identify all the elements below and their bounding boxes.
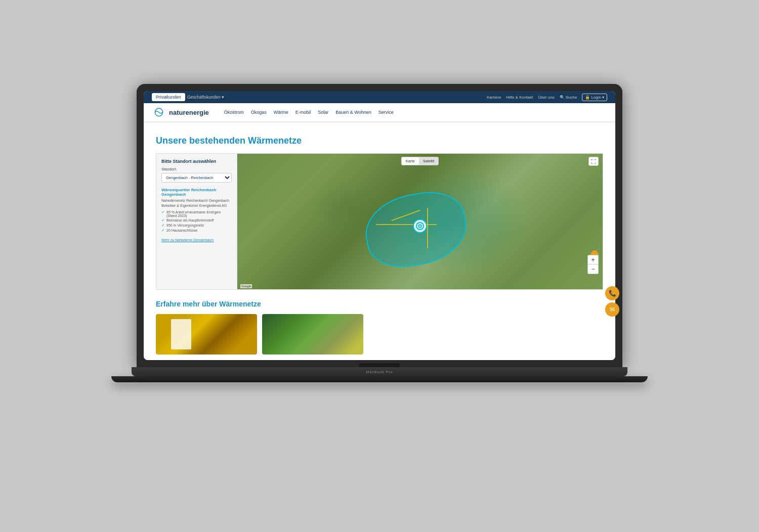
laptop-lid: Privatkunden Geschäftskunden ▾ Karriere … [137,84,622,367]
quartier-title: Wärmequartier Reichenbach Gengenbach [161,188,232,197]
standort-label: Standort: [161,167,232,171]
map-marker-inner [416,222,424,230]
nav-waerme[interactable]: Wärme [274,110,288,115]
karriere-link[interactable]: Karriere [487,95,501,100]
quartier-subtitle: Nahwärmenetz Reichenbach/ Gengenbach [161,199,232,202]
google-attribution: Google [240,284,252,288]
map-marker-icon [417,224,423,229]
map-karte-button[interactable]: Karte [402,157,419,165]
image-card-nature[interactable] [262,314,363,354]
chevron-down-icon: ▾ [222,95,224,100]
map-view-toggle: Karte Satellit [401,157,439,165]
location-select[interactable]: Gengenbach - Reichenbach [161,173,232,183]
website: Privatkunden Geschäftskunden ▾ Karriere … [144,91,615,360]
map-marker[interactable] [413,219,427,233]
nav-oekostrom[interactable]: Ökostrom [224,110,244,115]
phone-fab-button[interactable]: 📞 [605,286,615,300]
main-content: Unsere bestehenden Wärmenetze Bitte Stan… [144,127,615,360]
map-section: Bitte Standort auswählen Standort: Genge… [156,153,603,290]
lock-icon: 🔒 [585,95,590,100]
image-card-construction[interactable] [156,314,257,354]
naturenergie-logo-icon [152,107,166,117]
map-road [427,208,428,248]
tab-privatkunden[interactable]: Privatkunden [152,93,185,101]
chevron-down-icon: ▾ [602,95,604,100]
feature-item: Biomasse als Hauptbrennstoff [161,218,232,223]
nav-emobil[interactable]: E-mobil [296,110,311,115]
laptop-notch [359,363,400,367]
logo-text: naturenergie [169,109,209,116]
top-bar-right: Karriere Hilfe & Kontakt Über uns 🔍 Such… [487,94,607,101]
feature-item: 20 Hausanschlüsse [161,229,232,233]
nav-solar[interactable]: Solar [318,110,328,115]
nav-service[interactable]: Service [378,110,394,115]
map-background: Google Karte Satellit ⛶ [237,154,603,289]
left-panel-heading: Bitte Standort auswählen [161,159,232,164]
top-bar-left: Privatkunden Geschäftskunden ▾ [152,93,224,101]
email-icon: ✉ [610,306,615,313]
feature-item: 850 m Versorgungsnetz [161,224,232,228]
left-panel: Bitte Standort auswählen Standort: Genge… [156,154,237,289]
screen-fabs: 📞 ✉ [605,286,615,317]
login-button[interactable]: 🔒 Login ▾ [582,94,607,101]
search-icon: 🔍 [560,95,565,100]
phone-icon: 📞 [609,290,616,297]
nav-oekogas[interactable]: Ökogas [251,110,267,115]
hilfe-link[interactable]: Hilfe & Kontakt [506,95,533,100]
section2-title: Erfahre mehr über Wärmenetze [156,300,603,308]
map-fullscreen-button[interactable]: ⛶ [588,157,599,166]
laptop-scene: Privatkunden Geschäftskunden ▾ Karriere … [101,84,658,448]
nav-bauen[interactable]: Bauen & Wohnen [335,110,371,115]
map-zoom-in[interactable]: + [588,255,598,264]
ueber-link[interactable]: Über uns [538,95,554,100]
page-title: Unsere bestehenden Wärmenetze [156,136,603,146]
nav-divider [144,122,615,122]
top-bar: Privatkunden Geschäftskunden ▾ Karriere … [144,91,615,103]
map-area: Google Karte Satellit ⛶ [237,154,603,289]
email-fab-button[interactable]: ✉ [605,302,615,317]
tab-geschaeftskunden[interactable]: Geschäftskunden ▾ [187,93,224,101]
fullscreen-icon: ⛶ [591,159,596,164]
map-zoom-controls: + − [587,255,599,274]
map-satellit-button[interactable]: Satellit [419,157,439,165]
feature-list: 85 % Anteil erneuerbarer Energien (Stand… [161,210,232,233]
images-row [156,314,603,354]
nav-links: Ökostrom Ökogas Wärme E-mobil Solar Baue… [224,110,394,115]
logo[interactable]: naturenergie [152,107,209,117]
feature-item: 85 % Anteil erneuerbarer Energien (Stand… [161,210,232,217]
search-button[interactable]: 🔍 Suche [560,95,577,100]
more-link[interactable]: Mehr zu Nahwärme Gengenbach [161,238,214,242]
map-zoom-out[interactable]: − [588,264,598,274]
quartier-operator: Betreiber & Eigentümer Energiedienst AG [161,204,232,207]
laptop-base [132,367,627,376]
main-nav: naturenergie Ökostrom Ökogas Wärme E-mob… [144,103,615,122]
laptop-foot [111,376,648,382]
screen-bezel: Privatkunden Geschäftskunden ▾ Karriere … [144,91,615,360]
